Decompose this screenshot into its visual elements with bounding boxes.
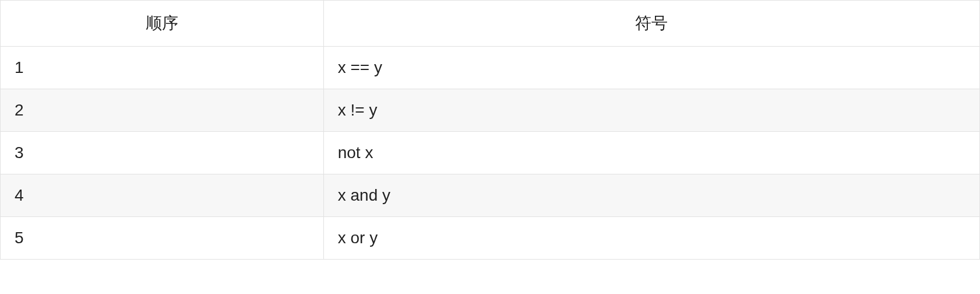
cell-symbol: x and y <box>323 174 979 217</box>
cell-symbol: x == y <box>323 47 979 89</box>
cell-order: 2 <box>1 89 324 132</box>
cell-symbol: x != y <box>323 89 979 132</box>
cell-order: 3 <box>1 132 324 174</box>
table-row: 1 x == y <box>1 47 980 89</box>
table-header-row: 顺序 符号 <box>1 1 980 47</box>
operator-table: 顺序 符号 1 x == y 2 x != y 3 not x 4 x and … <box>0 0 980 260</box>
header-order: 顺序 <box>1 1 324 47</box>
table-row: 3 not x <box>1 132 980 174</box>
cell-symbol: x or y <box>323 217 979 260</box>
cell-order: 4 <box>1 174 324 217</box>
cell-order: 1 <box>1 47 324 89</box>
cell-symbol: not x <box>323 132 979 174</box>
table-row: 5 x or y <box>1 217 980 260</box>
header-symbol: 符号 <box>323 1 979 47</box>
table-row: 4 x and y <box>1 174 980 217</box>
cell-order: 5 <box>1 217 324 260</box>
table-row: 2 x != y <box>1 89 980 132</box>
